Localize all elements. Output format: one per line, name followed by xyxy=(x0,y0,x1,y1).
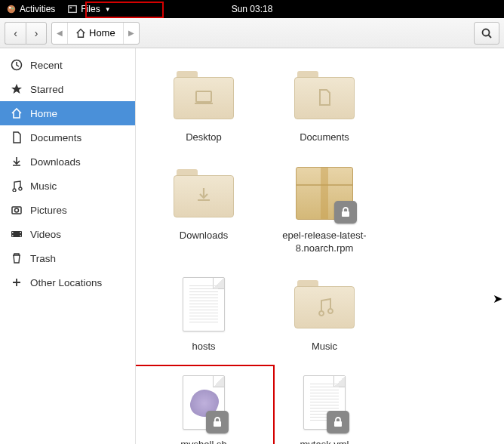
file-item[interactable]: Documents xyxy=(264,63,385,143)
sidebar-item-trash[interactable]: Trash xyxy=(0,246,135,270)
activities-button[interactable]: Activities xyxy=(0,0,61,18)
sidebar-item-recent[interactable]: Recent xyxy=(0,53,135,77)
folder-icon xyxy=(172,63,235,127)
sidebar-item-label: Recent xyxy=(30,60,63,71)
search-button[interactable] xyxy=(474,22,499,45)
file-label: mytask.yml xyxy=(300,439,349,444)
path-segment-label: Home xyxy=(89,27,115,39)
top-panel: Activities Files ▼ Sun 03:18 xyxy=(0,0,504,18)
sidebar-item-home[interactable]: Home xyxy=(0,101,135,125)
path-prev-icon[interactable]: ◀ xyxy=(52,29,67,37)
file-text-icon xyxy=(293,371,356,434)
svg-rect-16 xyxy=(342,211,349,217)
chevron-right-icon: › xyxy=(35,27,38,39)
lock-icon xyxy=(334,201,357,224)
clock-label: Sun 03:18 xyxy=(232,4,273,14)
trash-icon xyxy=(11,252,23,264)
sidebar-item-music[interactable]: Music xyxy=(0,174,135,198)
sidebar-item-label: Documents xyxy=(30,132,81,143)
sidebar-item-label: Home xyxy=(30,108,57,119)
sidebar-item-label: Other Locations xyxy=(30,277,102,288)
folder-icon xyxy=(293,63,356,127)
svg-rect-18 xyxy=(334,421,342,427)
search-icon xyxy=(481,27,493,39)
download-icon xyxy=(11,156,23,168)
music-icon xyxy=(11,180,23,192)
camera-icon xyxy=(11,204,23,216)
sidebar-item-starred[interactable]: Starred xyxy=(0,77,135,101)
chevron-down-icon: ▼ xyxy=(105,6,111,13)
activities-icon xyxy=(6,4,17,14)
file-label: Desktop xyxy=(186,131,222,143)
file-label: Documents xyxy=(300,131,349,143)
file-item[interactable]: Music xyxy=(264,273,385,353)
clock[interactable]: Sun 03:18 xyxy=(226,0,279,18)
folder-icon xyxy=(172,162,235,225)
header-toolbar: ‹ › ◀ Home ▶ xyxy=(0,18,504,48)
sidebar-item-videos[interactable]: Videos xyxy=(0,222,135,246)
file-label: myshell.sh xyxy=(180,439,226,444)
main-area: Recent Starred Home Documents Downloads … xyxy=(0,48,504,444)
file-item[interactable]: Desktop xyxy=(143,63,264,143)
svg-rect-11 xyxy=(12,232,14,233)
star-icon xyxy=(11,83,23,95)
svg-line-6 xyxy=(489,35,492,38)
svg-point-9 xyxy=(15,208,19,212)
svg-point-1 xyxy=(9,7,11,9)
app-menu-label: Files xyxy=(81,4,100,14)
svg-rect-3 xyxy=(69,6,77,13)
nav-buttons: ‹ › xyxy=(5,22,47,45)
sidebar-item-label: Trash xyxy=(30,253,56,264)
file-view[interactable]: DesktopDocumentsDownloadsepel-release-la… xyxy=(136,48,504,444)
file-label: Downloads xyxy=(180,230,228,242)
sidebar: Recent Starred Home Documents Downloads … xyxy=(0,48,136,444)
video-icon xyxy=(11,228,23,240)
chevron-left-icon: ‹ xyxy=(14,27,17,39)
file-label: epel-release-latest-8.noarch.rpm xyxy=(268,230,381,254)
file-item[interactable]: hosts xyxy=(143,273,264,353)
path-segment-home[interactable]: Home xyxy=(67,23,124,44)
folder-icon xyxy=(293,273,356,336)
file-label: hosts xyxy=(192,341,215,353)
file-item[interactable]: epel-release-latest-8.noarch.rpm xyxy=(264,162,385,254)
home-icon xyxy=(11,107,23,119)
path-next-icon[interactable]: ▶ xyxy=(124,29,139,37)
files-app-icon xyxy=(67,4,78,14)
svg-rect-4 xyxy=(70,7,72,8)
lock-icon xyxy=(327,411,349,433)
svg-point-5 xyxy=(483,29,490,35)
svg-rect-12 xyxy=(12,236,14,237)
home-icon xyxy=(75,28,86,39)
sidebar-item-documents[interactable]: Documents xyxy=(0,125,135,150)
forward-button[interactable]: › xyxy=(26,22,47,45)
back-button[interactable]: ‹ xyxy=(5,22,26,45)
svg-point-0 xyxy=(8,5,16,14)
file-item[interactable]: myshell.sh xyxy=(143,371,264,444)
file-label: Music xyxy=(312,341,337,353)
file-text-icon xyxy=(172,273,235,336)
file-item[interactable]: mytask.yml xyxy=(264,371,385,444)
path-bar: ◀ Home ▶ xyxy=(51,22,140,45)
file-item[interactable]: Downloads xyxy=(143,162,264,254)
sidebar-item-pictures[interactable]: Pictures xyxy=(0,198,135,222)
document-icon xyxy=(11,131,23,143)
plus-icon xyxy=(11,276,23,288)
svg-point-2 xyxy=(11,8,14,10)
svg-rect-15 xyxy=(196,91,211,102)
sidebar-item-downloads[interactable]: Downloads xyxy=(0,150,135,174)
app-menu[interactable]: Files ▼ xyxy=(61,0,116,18)
svg-rect-13 xyxy=(20,232,22,233)
sidebar-item-label: Videos xyxy=(30,229,61,240)
svg-rect-17 xyxy=(214,421,221,427)
sidebar-item-label: Starred xyxy=(30,84,63,95)
file-script-icon xyxy=(172,371,235,434)
package-icon xyxy=(293,162,356,225)
clock-icon xyxy=(11,59,23,71)
activities-label: Activities xyxy=(20,4,55,14)
svg-rect-14 xyxy=(20,236,22,237)
sidebar-item-label: Downloads xyxy=(30,156,81,168)
sidebar-item-other-locations[interactable]: Other Locations xyxy=(0,270,135,294)
sidebar-item-label: Music xyxy=(30,180,57,192)
lock-icon xyxy=(206,411,229,433)
sidebar-item-label: Pictures xyxy=(30,205,67,216)
